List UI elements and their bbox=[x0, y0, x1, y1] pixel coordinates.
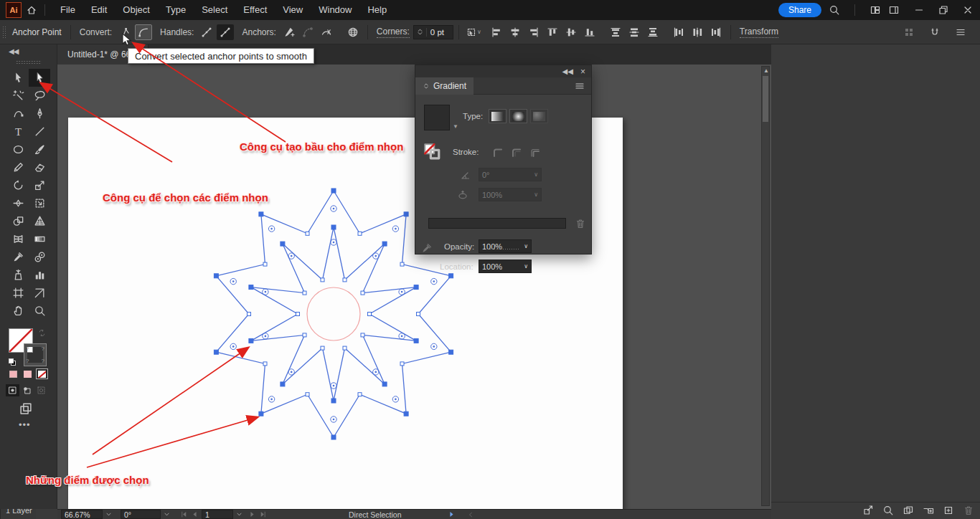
edit-toolbar-icon[interactable]: ••• bbox=[19, 419, 31, 430]
rotation-field[interactable]: 0° bbox=[121, 510, 161, 519]
eyedropper-tool[interactable] bbox=[7, 248, 29, 266]
selection-tool[interactable] bbox=[7, 69, 29, 87]
control-menu-button[interactable] bbox=[952, 24, 969, 40]
menu-select[interactable]: Select bbox=[194, 0, 235, 20]
menu-window[interactable]: Window bbox=[311, 0, 359, 20]
stepper-icon[interactable] bbox=[416, 28, 424, 36]
lasso-tool[interactable] bbox=[29, 87, 50, 105]
collapse-status-icon[interactable] bbox=[467, 511, 474, 518]
trash-button[interactable] bbox=[963, 505, 974, 516]
minimize-button[interactable] bbox=[907, 0, 931, 20]
collapse-panel-icon[interactable]: ◀◀ bbox=[562, 67, 573, 75]
rotation-dropdown-icon[interactable] bbox=[164, 511, 170, 518]
toolbar-grip[interactable] bbox=[16, 60, 42, 64]
close-button[interactable] bbox=[956, 0, 980, 20]
dist-vert-center-button[interactable] bbox=[626, 24, 643, 40]
collect-export-button[interactable] bbox=[862, 505, 874, 516]
gradient-button[interactable] bbox=[22, 368, 34, 379]
first-artboard-icon[interactable] bbox=[180, 510, 188, 518]
menu-edit[interactable]: Edit bbox=[83, 0, 115, 20]
paintbrush-tool[interactable] bbox=[29, 141, 50, 158]
gradient-panel-header[interactable]: ◀◀ × bbox=[415, 65, 591, 77]
scrollbar-thumb[interactable] bbox=[763, 76, 768, 122]
rotate-tool[interactable] bbox=[7, 176, 29, 194]
zoom-level-field[interactable]: 66.67% bbox=[61, 510, 103, 519]
prev-artboard-icon[interactable] bbox=[191, 510, 199, 518]
screen-mode-icon[interactable] bbox=[19, 401, 33, 416]
panel-resize-grip[interactable] bbox=[487, 248, 520, 251]
share-button[interactable]: Share bbox=[778, 3, 821, 17]
gradient-swatch[interactable] bbox=[424, 105, 450, 130]
pen-tool[interactable] bbox=[29, 105, 50, 123]
align-right-button[interactable] bbox=[525, 24, 542, 40]
collapse-toolbar-icon[interactable]: ◀◀ bbox=[9, 47, 18, 55]
drag-grip[interactable] bbox=[2, 26, 6, 39]
fill-stroke-mini-icon[interactable] bbox=[423, 142, 441, 161]
column-graph-tool[interactable] bbox=[29, 266, 50, 284]
gradient-opacity-field[interactable]: 100%∨ bbox=[479, 239, 532, 253]
arrange-documents-icon[interactable] bbox=[870, 4, 881, 16]
gradient-location-field[interactable]: 100%∨ bbox=[479, 260, 532, 273]
workspace-switcher-icon[interactable] bbox=[888, 4, 900, 16]
play-icon[interactable] bbox=[448, 510, 456, 518]
gradient-swatch-dropdown-icon[interactable]: ▼ bbox=[453, 123, 458, 130]
ellipse-tool[interactable] bbox=[7, 141, 29, 158]
zoom-dropdown-icon[interactable] bbox=[105, 511, 112, 518]
last-artboard-icon[interactable] bbox=[259, 510, 267, 518]
align-center-h-button[interactable] bbox=[507, 24, 524, 40]
gradient-tool[interactable] bbox=[29, 230, 50, 248]
new-sublayer-button[interactable] bbox=[923, 505, 934, 516]
curvature-tool[interactable] bbox=[7, 105, 29, 123]
magic-wand-tool[interactable] bbox=[7, 87, 29, 105]
stroke-across-button[interactable] bbox=[527, 145, 544, 161]
swap-fill-stroke-icon[interactable] bbox=[37, 328, 47, 338]
dist-horiz-right-button[interactable] bbox=[707, 24, 725, 40]
document-setup-button[interactable] bbox=[344, 24, 362, 40]
vertical-scrollbar[interactable]: ▲ bbox=[761, 66, 770, 506]
direct-selection-tool[interactable] bbox=[29, 69, 50, 87]
scale-tool[interactable] bbox=[29, 176, 50, 194]
anchor-cut-button[interactable] bbox=[318, 24, 335, 40]
stroke-within-button[interactable] bbox=[489, 145, 507, 161]
panel-menu-icon[interactable] bbox=[574, 80, 585, 92]
hand-tool[interactable] bbox=[7, 302, 29, 320]
menu-object[interactable]: Object bbox=[115, 0, 158, 20]
width-tool[interactable] bbox=[7, 194, 29, 212]
corners-field[interactable]: 0 pt bbox=[413, 25, 453, 39]
convert-smooth-button[interactable] bbox=[135, 24, 152, 40]
pencil-tool[interactable] bbox=[7, 158, 29, 176]
draw-inside-button[interactable] bbox=[34, 384, 48, 396]
make-mask-button[interactable] bbox=[903, 505, 914, 516]
handles-hide-button[interactable] bbox=[217, 24, 234, 40]
menu-file[interactable]: File bbox=[52, 0, 83, 20]
artboard-tool[interactable] bbox=[7, 284, 29, 302]
scroll-up-arrow[interactable]: ▲ bbox=[763, 67, 770, 74]
blend-tool[interactable] bbox=[29, 248, 50, 266]
mesh-tool[interactable] bbox=[7, 230, 29, 248]
close-panel-icon[interactable]: × bbox=[580, 67, 585, 77]
next-artboard-icon[interactable] bbox=[248, 510, 256, 518]
line-tool[interactable] bbox=[29, 123, 50, 141]
eraser-tool[interactable] bbox=[29, 158, 50, 176]
shape-builder-tool[interactable] bbox=[7, 212, 29, 230]
align-center-v-button[interactable] bbox=[562, 24, 580, 40]
menu-effect[interactable]: Effect bbox=[235, 0, 275, 20]
type-tool[interactable]: T bbox=[7, 123, 29, 141]
draw-behind-button[interactable] bbox=[20, 384, 34, 396]
search-icon[interactable] bbox=[829, 4, 840, 16]
artboard-number-field[interactable]: 1 bbox=[202, 510, 233, 519]
menu-help[interactable]: Help bbox=[359, 0, 395, 20]
dist-vert-bottom-button[interactable] bbox=[644, 24, 661, 40]
default-fill-stroke-icon[interactable] bbox=[9, 358, 17, 366]
freeform-gradient-button[interactable] bbox=[530, 109, 548, 123]
snap-options-button[interactable] bbox=[926, 24, 943, 40]
anchor-round-button[interactable] bbox=[299, 24, 316, 40]
menu-type[interactable]: Type bbox=[158, 0, 194, 20]
align-left-button[interactable] bbox=[488, 24, 505, 40]
workspace-grid-button[interactable] bbox=[900, 24, 918, 40]
stroke-along-button[interactable] bbox=[508, 145, 525, 161]
gradient-slider[interactable] bbox=[428, 218, 566, 229]
transform-link[interactable]: Transform bbox=[740, 27, 778, 38]
restore-button[interactable] bbox=[931, 0, 956, 20]
draw-normal-button[interactable] bbox=[6, 384, 19, 396]
